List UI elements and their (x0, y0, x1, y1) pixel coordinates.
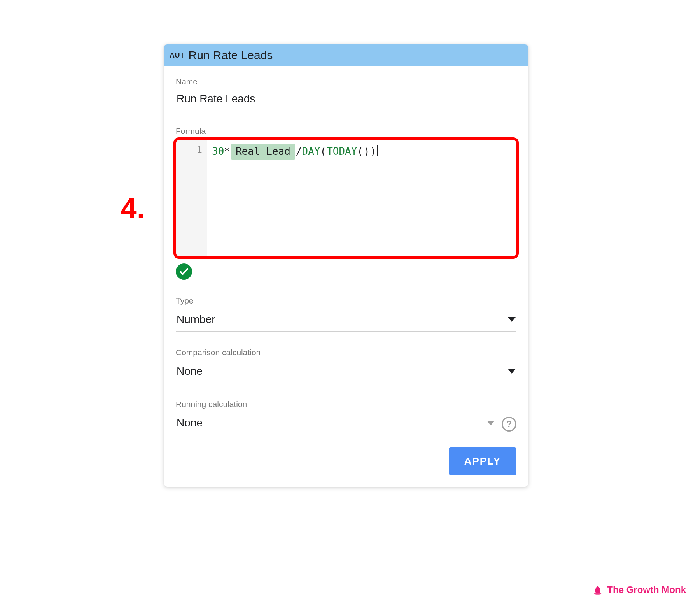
chevron-down-icon (508, 317, 516, 322)
name-input[interactable] (176, 90, 516, 111)
type-label: Type (176, 296, 516, 305)
type-value: Number (177, 313, 508, 326)
comparison-field-group: Comparison calculation None (176, 348, 516, 383)
running-label: Running calculation (176, 400, 516, 409)
brand-watermark: The Growth Monk (592, 584, 686, 595)
comparison-label: Comparison calculation (176, 348, 516, 357)
actions-row: APPLY (176, 447, 516, 475)
brand-icon (592, 584, 603, 595)
line-number: 1 (176, 144, 202, 155)
type-select[interactable]: Number (176, 309, 516, 332)
brand-text: The Growth Monk (607, 584, 686, 595)
running-select[interactable]: None (176, 413, 495, 435)
formula-field-group: Formula 1 30*Real Lead/DAY(TODAY()) (176, 126, 516, 280)
chevron-down-icon (487, 421, 495, 425)
formula-code[interactable]: 30*Real Lead/DAY(TODAY()) (207, 140, 516, 256)
comparison-value: None (177, 365, 508, 377)
name-label: Name (176, 77, 516, 86)
token-operator: / (296, 146, 302, 157)
formula-editor[interactable]: 1 30*Real Lead/DAY(TODAY()) (176, 140, 516, 256)
step-annotation: 4. (121, 191, 145, 225)
name-field-group: Name (176, 77, 516, 111)
running-value: None (177, 417, 487, 429)
field-chip-real-lead[interactable]: Real Lead (231, 144, 295, 160)
line-gutter: 1 (176, 140, 207, 256)
field-type-tag: AUT (170, 51, 185, 60)
token-function-today: TODAY (327, 146, 357, 157)
svg-point-0 (594, 593, 602, 595)
comparison-select[interactable]: None (176, 361, 516, 383)
running-field-group: Running calculation None ? (176, 400, 516, 435)
apply-button[interactable]: APPLY (449, 447, 516, 475)
chevron-down-icon (508, 369, 516, 374)
formula-editor-wrap: 1 30*Real Lead/DAY(TODAY()) (176, 140, 516, 256)
formula-label: Formula (176, 126, 516, 136)
help-icon[interactable]: ? (502, 417, 516, 432)
token-paren: ( (320, 146, 327, 157)
panel-body: Name Formula 1 30*Real Lead/DAY(TODAY()) (164, 66, 528, 487)
panel-header: AUT Run Rate Leads (164, 44, 528, 66)
text-caret (377, 145, 378, 156)
type-field-group: Type Number (176, 296, 516, 332)
token-function-day: DAY (302, 146, 320, 157)
token-operator: * (224, 146, 230, 157)
formula-valid-icon (176, 263, 192, 280)
token-paren: ()) (357, 146, 376, 157)
field-editor-panel: AUT Run Rate Leads Name Formula 1 30*Rea… (164, 44, 528, 487)
panel-title: Run Rate Leads (189, 49, 273, 62)
token-number: 30 (212, 146, 224, 157)
